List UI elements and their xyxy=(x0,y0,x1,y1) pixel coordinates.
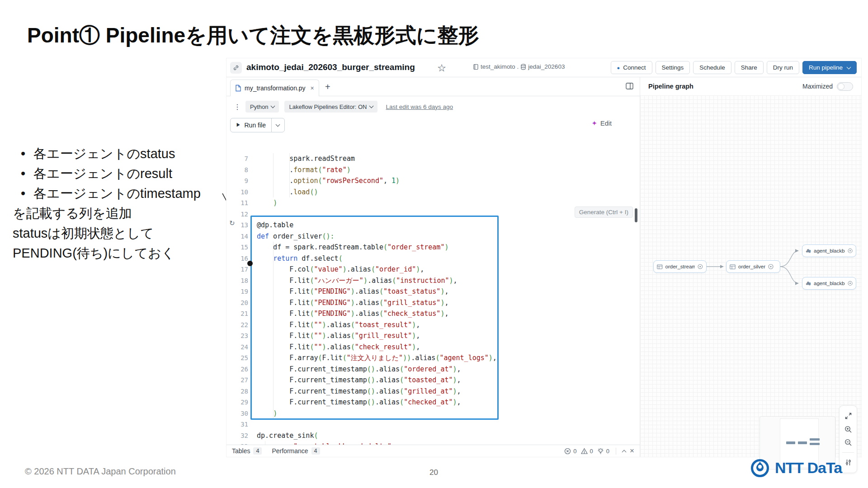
breadcrumb-separator: . xyxy=(517,63,519,70)
node-expand-icon[interactable] xyxy=(768,264,774,269)
code-line[interactable]: 8 .format("rate") xyxy=(226,164,640,176)
note-line: を記載する列を追加 xyxy=(13,203,230,223)
node-expand-icon[interactable] xyxy=(848,281,853,286)
minimap-node xyxy=(798,441,807,444)
code-line[interactable]: 17 F.col("value").alias("order_id"), xyxy=(226,264,640,275)
code-line[interactable]: 18 F.lit("ハンバーガー").alias("instruction"), xyxy=(226,275,640,286)
assistant-edit-button[interactable]: ✦Edit xyxy=(591,119,612,127)
tab-bar: my_transformation.py × + xyxy=(226,77,640,96)
code-line[interactable]: 21 F.lit("PENDING").alias("check_status"… xyxy=(226,308,640,319)
code-line[interactable]: 14def order_silver(): xyxy=(226,231,640,242)
code-line[interactable]: 16 return df.select( xyxy=(226,253,640,264)
edit-label: Edit xyxy=(600,120,612,127)
maximized-toggle[interactable] xyxy=(837,82,853,91)
code-line[interactable]: 29 F.current_timestamp().alias("checked_… xyxy=(226,397,640,408)
last-edit-link[interactable]: Last edit was 6 days ago xyxy=(386,103,453,110)
new-tab-button[interactable]: + xyxy=(325,82,330,92)
performance-tab[interactable]: Performance4 xyxy=(272,447,320,455)
code-line[interactable]: 7 spark.readStream xyxy=(226,153,640,164)
code-line[interactable]: 23 F.lit("").alias("grill_result"), xyxy=(226,330,640,342)
error-icon[interactable] xyxy=(564,448,571,455)
generate-hint-button[interactable]: Generate (Ctrl + I) xyxy=(575,206,633,218)
run-file-main[interactable]: ▶Run file xyxy=(231,118,272,132)
split-view-icon[interactable] xyxy=(626,83,633,91)
suggestion-bulb-icon[interactable] xyxy=(597,448,604,455)
zoom-out-icon[interactable] xyxy=(844,439,852,446)
minimap-node xyxy=(786,441,795,444)
link-icon[interactable] xyxy=(230,62,242,74)
code-line[interactable]: 13@dp.table xyxy=(226,220,640,231)
run-pipeline-button[interactable]: Run pipeline xyxy=(802,61,857,74)
run-file-dropdown[interactable] xyxy=(272,118,284,132)
toggle-knob xyxy=(838,83,844,90)
graph-settings-sliders-icon[interactable] xyxy=(844,459,852,466)
graph-panel-header: Pipeline graph Maximized xyxy=(640,77,861,95)
graph-node-agent-blackboard-2[interactable]: ☁ agent_blackbo xyxy=(802,277,856,290)
code-line[interactable]: 28 F.current_timestamp().alias("grilled_… xyxy=(226,386,640,397)
code-editor[interactable]: 7 spark.readStream8 .format("rate")9 .op… xyxy=(226,153,640,445)
code-line[interactable]: 26 F.current_timestamp().alias("ordered_… xyxy=(226,364,640,375)
fullscreen-icon[interactable] xyxy=(844,412,852,420)
line-number: 17 xyxy=(226,264,248,275)
share-button[interactable]: Share xyxy=(735,61,764,74)
node-expand-icon[interactable] xyxy=(698,264,703,269)
schema-name[interactable]: jedai_202603 xyxy=(528,63,565,70)
run-cell-icon[interactable]: ↻ xyxy=(229,219,235,227)
schema-icon xyxy=(520,64,526,70)
line-number: 19 xyxy=(226,286,248,297)
pipeline-graph-panel: Pipeline graph Maximized orde xyxy=(640,77,861,457)
minimap-node xyxy=(810,443,820,445)
code-line[interactable]: 25 F.array(F.lit("注文入りました")).alias("agen… xyxy=(226,352,640,364)
notebook-title: akimoto_jedai_202603_burger_streaming xyxy=(246,62,415,72)
code-line[interactable]: 30 ) xyxy=(226,408,640,419)
close-panel-icon[interactable]: × xyxy=(630,446,634,455)
line-number: 30 xyxy=(226,408,248,419)
catalog-name[interactable]: test_akimoto xyxy=(481,63,515,70)
line-number: 15 xyxy=(226,242,248,253)
code-line[interactable]: 10 .load() xyxy=(226,187,640,198)
graph-node-order-stream[interactable]: order_stream xyxy=(653,260,707,273)
run-file-row: ▶Run file ✦Edit xyxy=(226,117,640,135)
node-label: order_stream xyxy=(665,264,695,269)
indent-guide xyxy=(265,441,265,445)
collapse-panel-icon[interactable] xyxy=(622,450,627,454)
code-line[interactable]: 15 df = spark.readStream.table("order_st… xyxy=(226,242,640,253)
line-number: 20 xyxy=(226,297,248,309)
code-line[interactable]: 31 xyxy=(226,419,640,430)
code-line[interactable]: 20 F.lit("PENDING").alias("grill_status"… xyxy=(226,297,640,309)
pipelines-editor-selector[interactable]: Lakeflow Pipelines Editor: ON xyxy=(284,101,377,113)
code-line[interactable]: 27 F.current_timestamp().alias("toasted_… xyxy=(226,375,640,386)
line-number: 14 xyxy=(226,231,248,242)
code-line[interactable]: 9 .option("rowsPerSecond", 1) xyxy=(226,175,640,187)
graph-node-agent-blackboard-1[interactable]: ☁ agent_blackbo xyxy=(802,244,856,257)
node-expand-icon[interactable] xyxy=(848,248,853,253)
note-line: PENDING(待ち)にしておく xyxy=(13,243,230,263)
zoom-in-icon[interactable] xyxy=(844,426,852,433)
pipelines-editor-label: Lakeflow Pipelines Editor: ON xyxy=(289,103,367,110)
indent-guide xyxy=(273,242,274,419)
bullet-text: 各エージェントのresult xyxy=(33,164,172,183)
kebab-menu-icon[interactable]: ⋮ xyxy=(234,103,240,111)
warning-icon[interactable] xyxy=(581,448,588,455)
breadcrumb[interactable]: test_akimoto . jedai_202603 xyxy=(473,63,565,70)
code-line[interactable]: 24 F.lit("").alias("check_result"), xyxy=(226,342,640,353)
line-number: 16 xyxy=(226,253,248,264)
dry-run-label: Dry run xyxy=(773,64,793,71)
connect-button[interactable]: ●Connect xyxy=(611,61,652,74)
tab-close-icon[interactable]: × xyxy=(311,84,314,92)
favorite-star-icon[interactable]: ☆ xyxy=(437,62,446,74)
code-line[interactable]: 19 F.lit("PENDING").alias("toast_status"… xyxy=(226,286,640,297)
code-line[interactable]: 33 name = "agent_blackboard_delta", xyxy=(226,441,640,445)
graph-node-order-silver[interactable]: order_silver xyxy=(726,260,780,273)
dry-run-button[interactable]: Dry run xyxy=(767,61,799,74)
editor-scrollbar[interactable] xyxy=(635,208,637,222)
tab-my-transformation[interactable]: my_transformation.py × xyxy=(230,80,319,96)
code-line[interactable]: 32dp.create_sink( xyxy=(226,430,640,441)
code-line[interactable]: 22 F.lit("").alias("toast_result"), xyxy=(226,319,640,331)
run-file-button[interactable]: ▶Run file xyxy=(230,118,285,132)
language-selector[interactable]: Python xyxy=(245,101,279,113)
schedule-button[interactable]: Schedule xyxy=(693,61,731,74)
graph-canvas[interactable]: order_stream order_silver ☁ agent_blackb… xyxy=(640,95,861,457)
settings-button[interactable]: Settings xyxy=(656,61,690,74)
tables-tab[interactable]: Tables4 xyxy=(232,447,262,455)
